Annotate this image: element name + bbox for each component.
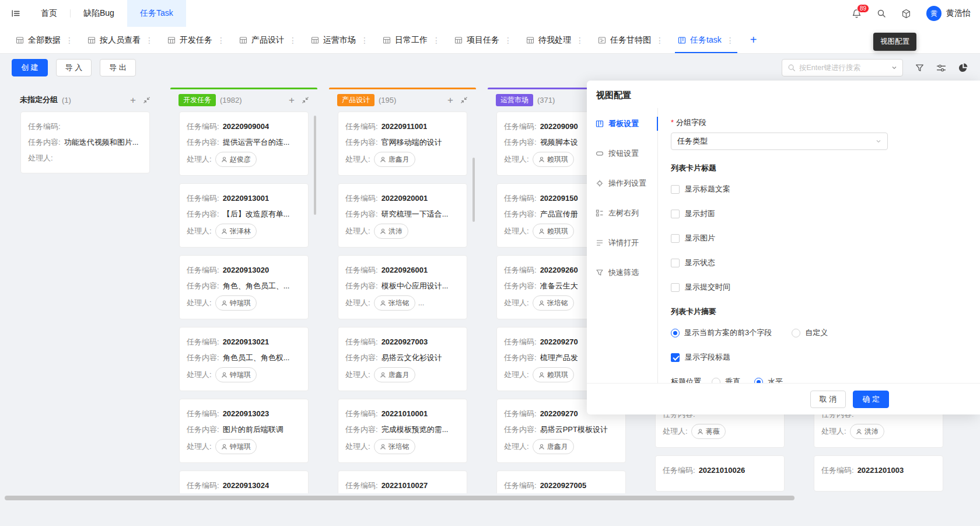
- panel-nav-detail-open[interactable]: 详情打开: [587, 233, 657, 253]
- panel-nav-tree-list[interactable]: 左树右列: [587, 203, 657, 223]
- chevron-down-icon[interactable]: [891, 65, 897, 71]
- nav-item-task[interactable]: 任务Task: [127, 0, 186, 27]
- task-card[interactable]: 任务编码:20220913020 任务内容:角色、角色员工、... 处理人:钟瑞…: [179, 255, 309, 319]
- view-tab-operations[interactable]: 运营市场: [304, 27, 375, 53]
- create-button[interactable]: 创 建: [12, 59, 48, 76]
- kebab-menu-icon[interactable]: [656, 36, 664, 45]
- task-card[interactable]: 任务编码:20220927003 任务内容:易搭云文化衫设计 处理人:唐鑫月: [338, 327, 467, 391]
- radio[interactable]: [712, 378, 720, 384]
- option-show-cover[interactable]: 显示封面: [671, 208, 963, 219]
- view-config-icon[interactable]: [958, 62, 968, 73]
- option-show-status[interactable]: 显示状态: [671, 257, 963, 268]
- task-code: 202209150: [540, 192, 578, 205]
- option-label: 显示提交时间: [685, 282, 730, 292]
- collapse-column-icon[interactable]: [460, 96, 468, 104]
- kebab-menu-icon[interactable]: [217, 36, 225, 45]
- import-button[interactable]: 导 入: [56, 59, 92, 76]
- horizontal-scrollbar-thumb[interactable]: [5, 496, 794, 500]
- task-card[interactable]: 任务编码:20220913021 任务内容:角色员工、角色权... 处理人:钟瑞…: [179, 327, 309, 391]
- option-first-3-fields[interactable]: 显示当前方案的前3个字段: [671, 328, 772, 338]
- option-show-image[interactable]: 显示图片: [671, 233, 963, 243]
- kebab-menu-icon[interactable]: [432, 36, 440, 45]
- panel-nav-kanban-settings[interactable]: 看板设置: [587, 114, 657, 134]
- checkbox[interactable]: [671, 353, 680, 362]
- option-show-submit-time[interactable]: 显示提交时间: [671, 282, 963, 292]
- sidebar-toggle-icon[interactable]: [7, 5, 24, 22]
- column-scrollbar[interactable]: [473, 158, 475, 222]
- task-card[interactable]: 任务编码:20220913023 任务内容:图片的前后端联调 处理人:钟瑞琪: [179, 399, 309, 463]
- checkbox[interactable]: [671, 259, 680, 267]
- add-card-icon[interactable]: [289, 95, 295, 105]
- task-card[interactable]: 任务编码:20220911001 任务内容:官网移动端的设计 处理人:唐鑫月: [338, 112, 467, 176]
- view-tab-product-design[interactable]: 产品设计: [233, 27, 303, 53]
- export-button[interactable]: 导 出: [100, 59, 136, 76]
- view-tab-by-person[interactable]: 按人员查看: [81, 27, 160, 53]
- search-box[interactable]: [782, 59, 903, 76]
- nav-item-bug[interactable]: 缺陷Bug: [71, 0, 127, 27]
- collapse-column-icon[interactable]: [302, 96, 309, 104]
- kebab-menu-icon[interactable]: [289, 36, 297, 45]
- view-tab-task-kanban[interactable]: 任务task: [671, 27, 741, 53]
- filter-icon[interactable]: [915, 63, 925, 73]
- task-card[interactable]: 任务编码:20220913001 任务内容:【后】改造原有单... 处理人:张泽…: [179, 183, 309, 248]
- kebab-menu-icon[interactable]: [65, 36, 74, 45]
- view-tab-gantt[interactable]: 任务甘特图: [592, 27, 670, 53]
- view-tab-pending[interactable]: 待我处理: [520, 27, 590, 53]
- option-custom[interactable]: 自定义: [792, 328, 828, 338]
- app-cube-icon[interactable]: [901, 9, 911, 19]
- assignee-label: 处理人:: [345, 225, 370, 238]
- panel-nav-action-column-settings[interactable]: 操作列设置: [587, 173, 657, 193]
- kebab-menu-icon[interactable]: [576, 36, 584, 45]
- task-card[interactable]: 任务编码:20220926001 任务内容:模板中心应用设计... 处理人:张培…: [338, 255, 467, 319]
- kebab-menu-icon[interactable]: [504, 36, 512, 45]
- add-card-icon[interactable]: [130, 95, 136, 105]
- option-horizontal[interactable]: 水平: [754, 377, 783, 383]
- task-card[interactable]: 任务编码:20220927005: [496, 471, 626, 493]
- task-card[interactable]: 任务编码: 任务内容:功能迭代视频和图片... 处理人:: [20, 112, 150, 173]
- cancel-button[interactable]: 取 消: [810, 391, 846, 408]
- kebab-menu-icon[interactable]: [726, 36, 734, 45]
- task-content: 官网移动端的设计: [382, 136, 442, 149]
- checkbox[interactable]: [671, 234, 680, 243]
- add-view-button[interactable]: [742, 33, 765, 47]
- option-show-title-text[interactable]: 显示标题文案: [671, 184, 963, 194]
- search-input[interactable]: [799, 64, 888, 72]
- task-card[interactable]: 任务编码:20220913024: [179, 471, 309, 493]
- task-card[interactable]: 任务编码:20221010027: [338, 471, 467, 493]
- confirm-button[interactable]: 确 定: [853, 391, 889, 408]
- panel-nav-quick-filter[interactable]: 快速筛选: [587, 263, 657, 283]
- global-search-icon[interactable]: [877, 9, 886, 18]
- notifications-button[interactable]: 89: [852, 9, 862, 19]
- task-content: 【后】改造原有单...: [223, 208, 290, 221]
- option-vertical[interactable]: 垂直: [712, 377, 740, 383]
- checkbox[interactable]: [671, 185, 680, 194]
- nav-item-home[interactable]: 首页: [28, 0, 70, 27]
- view-tab-dev-tasks[interactable]: 开发任务: [161, 27, 232, 53]
- panel-nav-button-settings[interactable]: 按钮设置: [587, 144, 657, 163]
- assignee-name: 赖琪琪: [547, 153, 568, 166]
- option-show-field-title[interactable]: 显示字段标题: [671, 352, 963, 363]
- radio[interactable]: [671, 329, 680, 337]
- task-card[interactable]: 任务编码:20220920001 任务内容:研究梳理一下适合... 处理人:洪沛: [338, 183, 467, 248]
- checkbox[interactable]: [671, 210, 680, 218]
- user-menu[interactable]: 黄 黄浩怡: [926, 6, 971, 21]
- group-field-select[interactable]: 任务类型: [671, 133, 888, 150]
- checkbox[interactable]: [671, 283, 680, 292]
- task-card[interactable]: 任务编码:20220909004 任务内容:提供运营平台的连... 处理人:赵俊…: [179, 112, 309, 176]
- kebab-menu-icon[interactable]: [360, 36, 369, 45]
- add-card-icon[interactable]: [447, 95, 453, 105]
- task-card[interactable]: 任务编码:20221010001 任务内容:完成模板预览的需... 处理人:张培…: [338, 399, 467, 463]
- view-tab-daily-work[interactable]: 日常工作: [376, 27, 447, 53]
- task-card[interactable]: 任务编码:20221010026: [655, 455, 785, 492]
- display-settings-icon[interactable]: [936, 63, 946, 73]
- view-tab-project-tasks[interactable]: 项目任务: [448, 27, 519, 53]
- collapse-column-icon[interactable]: [143, 96, 150, 104]
- kebab-menu-icon[interactable]: [145, 36, 153, 45]
- column-scrollbar[interactable]: [314, 116, 316, 215]
- view-tab-all-data[interactable]: 全部数据: [9, 27, 80, 53]
- radio[interactable]: [754, 378, 763, 384]
- gantt-icon: [598, 36, 606, 44]
- task-code: 20220913020: [223, 264, 270, 277]
- radio[interactable]: [792, 329, 800, 337]
- task-card[interactable]: 任务编码:20221201003: [814, 455, 943, 492]
